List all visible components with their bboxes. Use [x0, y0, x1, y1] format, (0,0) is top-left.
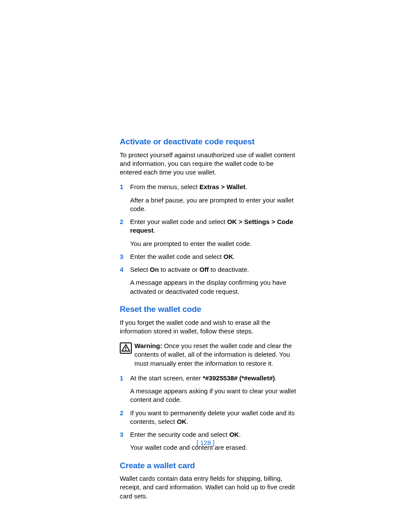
step-text: Enter the wallet code and select OK. — [130, 252, 296, 261]
text-pre: Enter your wallet code and select — [130, 218, 227, 225]
text-mid: to activate or — [159, 266, 199, 273]
step-body: At the start screen, enter *#3925538# (*… — [130, 374, 296, 404]
step-2: 2 If you want to permanently delete your… — [120, 409, 296, 426]
section-create: Create a wallet card Wallet cards contai… — [120, 460, 296, 501]
step-4: 4 Select On to activate or Off to deacti… — [120, 265, 296, 296]
heading-reset: Reset the wallet code — [120, 304, 296, 315]
text-post: to deactivate. — [209, 266, 249, 273]
step-follow: You are prompted to enter the wallet cod… — [130, 240, 296, 248]
warning-block: Warning: Once you reset the wallet code … — [120, 342, 296, 368]
step-text: If you want to permanently delete your w… — [130, 409, 296, 426]
step-follow: A message appears asking if you want to … — [130, 387, 296, 404]
text-pre: Select — [130, 266, 150, 273]
intro-create: Wallet cards contain data entry fields f… — [120, 474, 296, 501]
step-follow: A message appears in the display confirm… — [130, 278, 296, 296]
heading-create: Create a wallet card — [120, 460, 296, 471]
step-text: Select On to activate or Off to deactiva… — [130, 265, 296, 274]
page-content: Activate or deactivate code request To p… — [120, 136, 296, 507]
warning-text: Warning: Once you reset the wallet code … — [134, 342, 296, 368]
step-number: 2 — [120, 409, 130, 426]
text-pre: Enter the wallet code and select — [130, 253, 224, 260]
step-text: At the start screen, enter *#3925538# (*… — [130, 374, 296, 383]
step-number: 3 — [120, 252, 130, 261]
section-activate: Activate or deactivate code request To p… — [120, 136, 296, 296]
text-bold: Off — [199, 266, 209, 273]
step-body: Enter the wallet code and select OK. — [130, 252, 296, 261]
text-bold: OK — [177, 418, 187, 425]
text-bold: Extras > Wallet — [199, 183, 246, 190]
step-number: 4 — [120, 265, 130, 296]
intro-activate: To protect yourself against unauthorized… — [120, 151, 296, 177]
step-body: From the menus, select Extras > Wallet. … — [130, 183, 296, 213]
text-post: . — [153, 227, 155, 234]
text-bold: *#3925538# (*#ewallet#) — [202, 374, 275, 382]
text-post: . — [245, 183, 247, 190]
warning-label: Warning: — [134, 342, 162, 349]
step-number: 1 — [120, 374, 130, 404]
heading-activate: Activate or deactivate code request — [120, 136, 296, 147]
step-text: From the menus, select Extras > Wallet. — [130, 183, 296, 191]
step-2: 2 Enter your wallet code and select OK >… — [120, 218, 296, 248]
text-post: . — [239, 431, 241, 438]
step-text: Enter the security code and select OK. — [130, 430, 296, 439]
step-text: Enter your wallet code and select OK > S… — [130, 218, 296, 235]
step-body: If you want to permanently delete your w… — [130, 409, 296, 426]
text-bold: OK — [229, 431, 239, 438]
step-body: Enter your wallet code and select OK > S… — [130, 218, 296, 248]
text-bold: OK — [224, 253, 234, 260]
step-follow: After a brief pause, you are prompted to… — [130, 196, 296, 214]
step-number: 2 — [120, 218, 130, 248]
intro-reset: If you forget the wallet code and wish t… — [120, 318, 296, 336]
text-pre: If you want to permanently delete your w… — [130, 409, 295, 425]
step-number: 1 — [120, 183, 130, 213]
step-3: 3 Enter the wallet code and select OK. — [120, 252, 296, 261]
page-number: [ 128 ] — [0, 439, 411, 447]
text-pre: At the start screen, enter — [130, 374, 202, 382]
step-1: 1 From the menus, select Extras > Wallet… — [120, 183, 296, 213]
warning-icon — [120, 342, 134, 368]
text-post: . — [233, 253, 235, 260]
text-pre: Enter the security code and select — [130, 431, 229, 438]
section-reset: Reset the wallet code If you forget the … — [120, 304, 296, 452]
step-body: Select On to activate or Off to deactiva… — [130, 265, 296, 296]
step-1: 1 At the start screen, enter *#3925538# … — [120, 374, 296, 404]
text-bold: On — [150, 266, 159, 273]
text-pre: From the menus, select — [130, 183, 199, 190]
text-post: . — [187, 418, 188, 425]
text-post: . — [275, 374, 277, 382]
svg-point-2 — [125, 349, 126, 350]
